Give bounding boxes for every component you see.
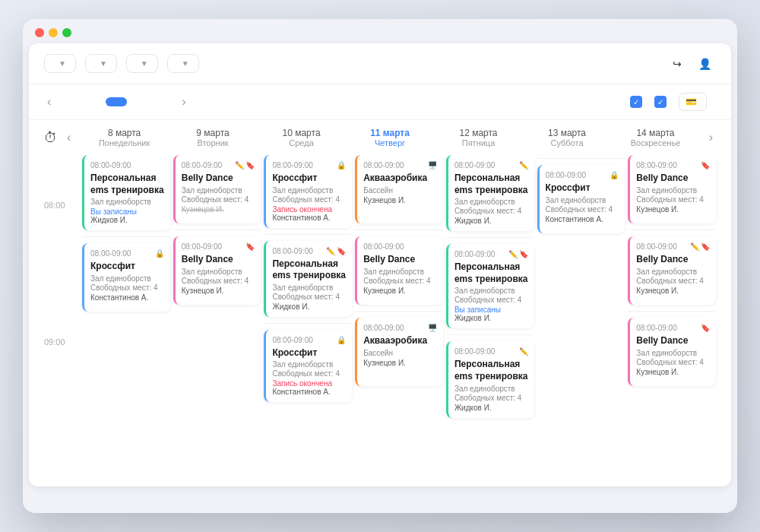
event-card[interactable]: 08:00-09:00 ✏️ Персональная ems трениров… (446, 341, 534, 417)
event-spots: Свободных мест: 4 (454, 296, 528, 304)
event-title: Персональная ems тренировка (454, 173, 528, 196)
header-right: ↪ 👤 (673, 58, 716, 70)
event-time: 08:00-09:00 🔒 (90, 249, 164, 258)
by-record-filter[interactable]: ✓ (654, 96, 670, 108)
club-chevron: ▼ (59, 59, 66, 68)
bookmark-icon: 🔖 (701, 161, 710, 169)
event-spots: Свободных мест: 4 (546, 205, 619, 214)
event-time: 08:00-09:00 ✏️ (454, 161, 528, 169)
event-title: Belly Dance (182, 254, 255, 266)
event-card[interactable]: 08:00-09:00 🖥️ Аквааэробика Бассейн Кузн… (355, 318, 443, 386)
event-card[interactable]: 08:00-09:00 🔒 Кроссфит Зал единоборств С… (537, 165, 625, 233)
cal-next-button[interactable]: › (706, 128, 716, 147)
event-card[interactable]: 08:00-09:00 ✏️ Персональная ems трениров… (446, 155, 534, 231)
club-select[interactable]: ▼ (44, 54, 76, 73)
bookmark-icon: 🔖 (337, 247, 346, 255)
login-icon: ↪ (673, 58, 682, 70)
event-time: 08:00-09:00 ✏️🔖 (272, 247, 346, 255)
event-time: 08:00-09:00 ✏️ (454, 347, 528, 356)
time-divider-2 (628, 311, 716, 312)
event-location: Зал единоборств (363, 268, 437, 276)
grid-col-5: 08:00-09:00 🔒 Кроссфит Зал единоборств С… (537, 155, 625, 474)
event-card[interactable]: 08:00-09:00 🔖 Belly Dance Зал единоборст… (628, 155, 716, 223)
monitor-icon: 🖥️ (428, 324, 437, 332)
event-time: 08:00-09:00 🖥️ (363, 324, 437, 332)
event-title: Персональная ems тренировка (272, 258, 346, 282)
cal-prev-button[interactable]: ‹ (64, 128, 74, 147)
event-card[interactable]: 08:00-09:00 🖥️ Аквааэробика Бассейн Кузн… (355, 155, 443, 223)
login-button[interactable]: ↪ (673, 58, 686, 70)
register-button[interactable]: 👤 (698, 58, 716, 70)
full-status: Запись окончена (272, 379, 346, 388)
browser-window: ▼ ▼ ▼ ▼ ↪ 👤 (23, 19, 737, 513)
event-location: Бассейн (363, 186, 437, 195)
event-title: Кроссфит (90, 261, 164, 273)
lock-icon: 🔒 (610, 171, 619, 179)
day-header-1: 9 мартаВторник (169, 128, 257, 147)
online-checkbox[interactable]: ✓ (630, 96, 642, 108)
app-container: ▼ ▼ ▼ ▼ ↪ 👤 (29, 43, 731, 486)
gym-chevron: ▼ (182, 59, 189, 68)
event-title: Персональная ems тренировка (454, 359, 528, 382)
event-time: 08:00-09:00 🔒 (272, 336, 346, 344)
day-header-2: 10 мартаСреда (257, 128, 345, 147)
event-card[interactable]: 08:00-09:00 ✏️🔖 Belly Dance Зал единобор… (628, 236, 716, 305)
event-spots: Свободных мест: 4 (454, 207, 528, 215)
pencil-icon: ✏️ (519, 347, 528, 356)
event-card[interactable]: 08:00-09:00 ✏️🔖 Belly Dance Зал единобор… (173, 155, 261, 223)
event-location: Зал единоборств (272, 186, 346, 195)
lesson-select[interactable]: ▼ (126, 54, 158, 73)
event-spots: Свободных мест: 4 (454, 394, 528, 402)
trainer: Кузнецов И. (363, 359, 437, 367)
event-card[interactable]: 08:00-09:00 ✏️🔖 Персональная ems трениро… (264, 241, 352, 317)
event-title: Belly Dance (636, 335, 710, 347)
tab-pool[interactable] (57, 97, 78, 106)
event-card[interactable]: 08:00-09:00 Персональная ems тренировка … (82, 155, 170, 230)
event-card[interactable]: 08:00-09:00 ✏️🔖 Персональная ems трениро… (446, 244, 534, 328)
event-time: 08:00-09:00 🔒 (546, 171, 619, 179)
online-filter[interactable]: ✓ (630, 96, 645, 108)
time-0900: 09:00 (44, 337, 82, 474)
event-card[interactable]: 08:00-09:00 🔖 Belly Dance Зал единоборст… (173, 236, 261, 305)
trainer: Кузнецов И. (363, 196, 437, 204)
trainer: Жидков И. (454, 217, 528, 225)
day-header-3: 11 мартаЧетверг (346, 128, 434, 147)
event-title: Кроссфит (272, 173, 346, 185)
bookmark-icon: 🔖 (245, 161, 255, 169)
event-card[interactable]: 08:00-09:00 🔒 Кроссфит Зал единоборств С… (264, 330, 352, 403)
grid-col-6: 08:00-09:00 🔖 Belly Dance Зал единоборст… (628, 155, 716, 474)
event-time: 08:00-09:00 🔖 (182, 242, 255, 251)
trainer: Константинов А. (90, 293, 164, 302)
event-time: 08:00-09:00 🔒 (272, 161, 346, 169)
day-header-4: 12 мартаПятница (434, 128, 522, 147)
tabs-filters: ✓ ✓ 💳 (630, 93, 716, 111)
tab-prev-button[interactable]: ‹ (44, 92, 54, 112)
paid-filter[interactable]: 💳 (679, 93, 707, 111)
trainer: Кузнецов И. (636, 368, 710, 376)
trainer-select[interactable]: ▼ (85, 54, 117, 73)
day-header-6: 14 мартаВоскресенье (611, 128, 699, 147)
tab-next-button[interactable]: › (179, 92, 188, 112)
event-location: Зал единоборств (454, 287, 528, 295)
trainer: Кузнецов И. (182, 287, 255, 295)
event-time: 08:00-09:00 ✏️🔖 (454, 250, 528, 258)
event-card[interactable]: 08:00-09:00 🔖 Belly Dance Зал единоборст… (628, 318, 716, 386)
trainer: Жидков И. (454, 314, 528, 322)
by-record-checkbox[interactable]: ✓ (654, 96, 667, 108)
grid-col-1: 08:00-09:00 ✏️🔖 Belly Dance Зал единобор… (173, 155, 261, 474)
event-card[interactable]: 08:00-09:00 Belly Dance Зал единоборств … (355, 236, 443, 305)
tab-combat[interactable] (154, 97, 176, 106)
register-icon: 👤 (698, 58, 711, 70)
event-card[interactable]: 08:00-09:00 🔒 Кроссфит Зал единоборств С… (264, 155, 352, 228)
event-card[interactable]: 08:00-09:00 🔒 Кроссфит Зал единоборств С… (82, 243, 170, 312)
event-title: Кроссфит (272, 347, 346, 359)
event-location: Зал единоборств (636, 268, 710, 276)
grid-columns: 08:00-09:00 Персональная ems тренировка … (82, 155, 716, 474)
tab-ems[interactable] (81, 97, 103, 106)
trainer: Жидков И. (454, 404, 528, 412)
lock-icon: 🔒 (337, 336, 346, 344)
tab-yoga[interactable] (106, 97, 127, 106)
gym-select[interactable]: ▼ (167, 54, 199, 73)
event-spots: Свободных мест: 4 (182, 195, 255, 204)
tab-crossfit[interactable] (130, 97, 151, 106)
